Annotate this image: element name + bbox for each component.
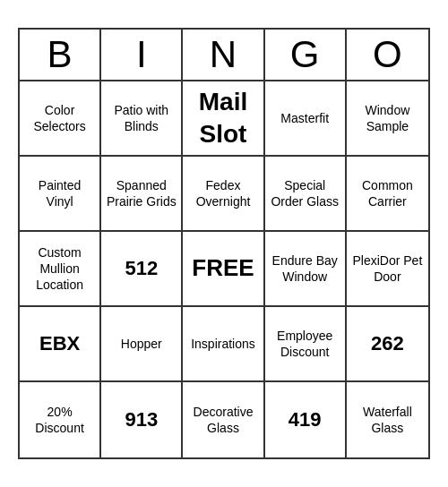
bingo-cell-6: Spanned Prairie Grids	[101, 157, 183, 232]
bingo-cell-10: Custom Mullion Location	[20, 232, 101, 307]
bingo-cell-23: 419	[265, 382, 347, 457]
bingo-letter-n: N	[183, 30, 264, 80]
bingo-cell-22: Decorative Glass	[183, 382, 264, 457]
bingo-cell-21: 913	[101, 382, 183, 457]
bingo-cell-18: Employee Discount	[265, 307, 347, 382]
bingo-cell-16: Hopper	[101, 307, 183, 382]
bingo-cell-9: Common Carrier	[347, 157, 428, 232]
bingo-cell-0: Color Selectors	[20, 81, 101, 157]
bingo-letter-o: O	[347, 30, 428, 80]
bingo-cell-5: Painted Vinyl	[20, 157, 101, 232]
bingo-cell-12: FREE	[183, 232, 264, 307]
bingo-cell-19: 262	[347, 307, 428, 382]
bingo-card: BINGO Color SelectorsPatio with BlindsMa…	[18, 28, 430, 459]
bingo-grid: Color SelectorsPatio with BlindsMail Slo…	[20, 81, 428, 457]
bingo-cell-7: Fedex Overnight	[183, 157, 264, 232]
bingo-cell-1: Patio with Blinds	[101, 81, 183, 157]
bingo-letter-b: B	[20, 30, 101, 80]
bingo-letter-g: G	[265, 30, 347, 80]
bingo-cell-24: Waterfall Glass	[347, 382, 428, 457]
bingo-cell-8: Special Order Glass	[265, 157, 347, 232]
bingo-cell-2: Mail Slot	[183, 81, 264, 157]
bingo-cell-4: Window Sample	[347, 81, 428, 157]
bingo-cell-13: Endure Bay Window	[265, 232, 347, 307]
bingo-cell-3: Masterfit	[265, 81, 347, 157]
bingo-letter-i: I	[101, 30, 183, 80]
bingo-cell-14: PlexiDor Pet Door	[347, 232, 428, 307]
bingo-cell-17: Inspirations	[183, 307, 264, 382]
bingo-cell-11: 512	[101, 232, 183, 307]
bingo-cell-15: EBX	[20, 307, 101, 382]
bingo-cell-20: 20% Discount	[20, 382, 101, 457]
bingo-header: BINGO	[20, 30, 428, 81]
